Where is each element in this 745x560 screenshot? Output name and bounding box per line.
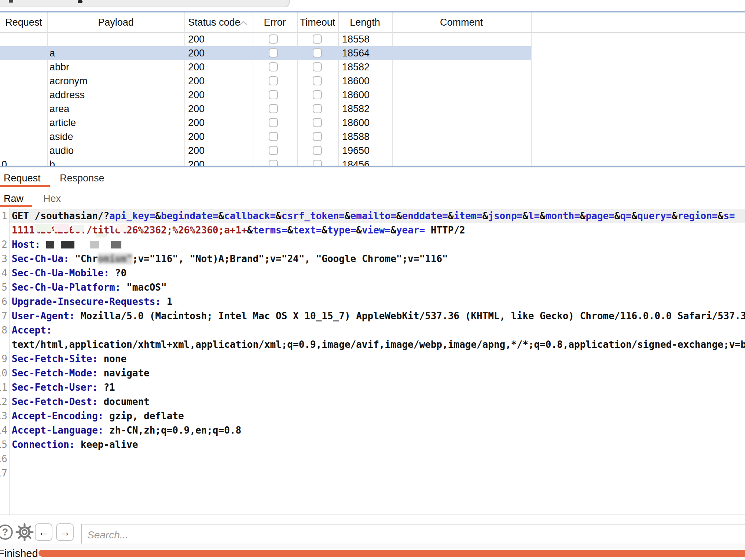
error-checkbox[interactable]	[269, 118, 278, 127]
cell-status-code: 200	[184, 46, 256, 60]
cell-payload: abbr	[47, 60, 187, 74]
attack-progress-bar	[38, 550, 745, 557]
column-header-length[interactable]: Length	[338, 12, 392, 32]
line-number: 8	[0, 323, 7, 338]
line-number: 6	[0, 295, 7, 309]
error-checkbox[interactable]	[269, 34, 278, 44]
timeout-checkbox[interactable]	[313, 132, 322, 141]
cell-status-code: 200	[184, 88, 256, 102]
timeout-checkbox[interactable]	[313, 34, 322, 44]
timeout-checkbox[interactable]	[313, 118, 322, 127]
error-checkbox[interactable]	[269, 62, 278, 71]
table-row[interactable]: area20018582	[0, 102, 531, 116]
request-line: 13Accept-Encoding: gzip, deflate	[0, 409, 745, 423]
tab-response[interactable]: Response	[60, 173, 104, 184]
cell-payload: audio	[47, 144, 187, 158]
error-checkbox[interactable]	[269, 48, 278, 58]
cell-comment	[392, 116, 533, 130]
request-line: 3Sec-Ch-Ua: "Chromium";v="116", "Not)A;B…	[0, 252, 745, 266]
table-row[interactable]: address20018600	[0, 88, 531, 102]
redacted-gap	[54, 241, 61, 248]
error-checkbox[interactable]	[269, 90, 278, 99]
request-line: 11Sec-Fetch-User: ?1	[0, 380, 745, 395]
table-row[interactable]: article20018600	[0, 116, 531, 130]
error-checkbox[interactable]	[269, 76, 278, 85]
tab-raw[interactable]: Raw	[4, 193, 23, 205]
redacted-block	[61, 241, 74, 248]
request-line: 7User-Agent: Mozilla/5.0 (Macintosh; Int…	[0, 309, 745, 323]
column-header-error[interactable]: Error	[253, 12, 297, 32]
left-arrow-icon: ←	[38, 526, 49, 538]
timeout-checkbox[interactable]	[313, 104, 322, 113]
next-match-button[interactable]: →	[56, 523, 74, 541]
cell-length: 18600	[338, 74, 396, 88]
table-row[interactable]: audio20019650	[0, 144, 531, 158]
request-editor[interactable]: 1GET /southasian/?api_key=&begindate=&ca…	[0, 208, 745, 515]
cell-length: 18600	[338, 88, 396, 102]
table-row[interactable]: 0b20018456	[0, 158, 531, 166]
cell-comment	[392, 32, 533, 46]
table-row[interactable]: acronym20018600	[0, 74, 531, 88]
timeout-checkbox[interactable]	[313, 90, 322, 99]
line-text: Sec-Fetch-Site: none	[12, 352, 126, 366]
timeout-checkbox[interactable]	[313, 160, 322, 166]
timeout-checkbox[interactable]	[313, 76, 322, 85]
cell-request	[0, 130, 49, 144]
request-line: 8Accept:	[0, 323, 745, 338]
line-text: Accept-Encoding: gzip, deflate	[12, 409, 184, 423]
table-row[interactable]: aside20018588	[0, 130, 531, 144]
table-row[interactable]: abbr20018582	[0, 60, 531, 74]
column-header-payload[interactable]: Payload	[47, 12, 184, 32]
pane-splitter-shadow	[0, 167, 745, 167]
settings-gear-icon[interactable]	[15, 523, 34, 542]
column-header-request[interactable]: Request	[0, 12, 47, 32]
redacted-gap	[99, 241, 111, 248]
cell-comment	[392, 144, 533, 158]
help-icon[interactable]: ?	[0, 523, 14, 541]
results-table-header: Request Payload Status code Error Timeou…	[0, 12, 745, 33]
table-row[interactable]: a20018564	[0, 46, 531, 60]
line-text: Sec-Fetch-Mode: navigate	[12, 366, 150, 380]
column-header-status-code[interactable]: Status code	[188, 12, 241, 32]
line-text: Host:	[12, 237, 121, 252]
request-line: 17	[0, 466, 745, 480]
svg-text:?: ?	[2, 527, 8, 538]
error-checkbox[interactable]	[269, 132, 278, 141]
request-line: 2Host:	[0, 237, 745, 252]
timeout-checkbox[interactable]	[313, 146, 322, 155]
cell-payload: article	[47, 116, 187, 130]
column-header-timeout[interactable]: Timeout	[297, 12, 338, 32]
line-text: Sec-Ch-Ua-Mobile: ?0	[12, 266, 126, 280]
error-checkbox[interactable]	[269, 160, 278, 166]
results-table-body[interactable]: 20018558a20018564abbr20018582acronym2001…	[0, 32, 745, 166]
line-number: 1	[0, 209, 7, 223]
request-line: 4Sec-Ch-Ua-Mobile: ?0	[0, 266, 745, 280]
timeout-checkbox[interactable]	[313, 48, 322, 58]
request-line: 6Upgrade-Insecure-Requests: 1	[0, 295, 745, 309]
previous-match-button[interactable]: ←	[35, 523, 52, 541]
sort-ascending-icon[interactable]	[239, 21, 248, 26]
request-line: 9Sec-Fetch-Site: none	[0, 352, 745, 366]
cell-request	[0, 144, 49, 158]
cell-status-code: 200	[184, 74, 256, 88]
column-header-comment[interactable]: Comment	[392, 12, 531, 32]
search-input[interactable]	[81, 524, 745, 546]
table-row[interactable]: 20018558	[0, 32, 531, 46]
error-checkbox[interactable]	[269, 146, 278, 155]
line-text: 1111%26%2360:/title%26%2362;%26%2360;a+1…	[12, 223, 465, 237]
tab-request[interactable]: Request	[4, 173, 41, 184]
timeout-checkbox[interactable]	[313, 62, 322, 71]
cell-length: 18564	[338, 46, 396, 60]
cell-comment	[392, 88, 533, 102]
request-line: 1111%26%2360:/title%26%2362;%26%2360;a+1…	[0, 223, 745, 237]
line-number: 16	[0, 452, 7, 466]
line-text: Accept:	[12, 323, 52, 338]
line-number: 17	[0, 466, 7, 480]
line-text: Accept-Language: zh-CN,zh;q=0.9,en;q=0.8	[12, 423, 241, 438]
error-checkbox[interactable]	[269, 104, 278, 113]
line-text: text/html,application/xhtml+xml,applicat…	[12, 338, 745, 352]
cell-status-code: 200	[184, 32, 256, 46]
tab-hex[interactable]: Hex	[43, 193, 61, 205]
cropped-text-fragment	[78, 0, 82, 3]
line-text: Connection: keep-alive	[12, 438, 138, 452]
